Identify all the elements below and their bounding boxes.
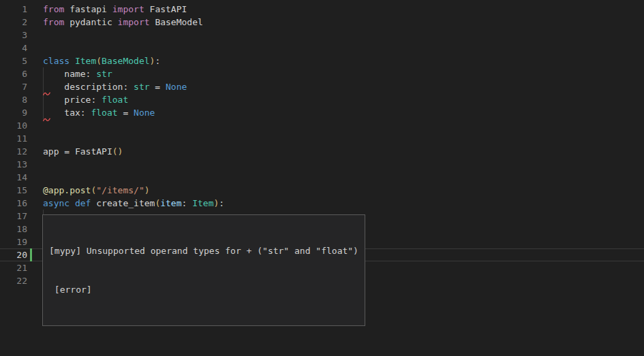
line-number: 21 [0,261,27,274]
code-token: : [219,198,224,208]
line-number: 13 [0,158,27,171]
line-number: 11 [0,132,27,145]
line-number: 4 [0,42,27,54]
code-token [70,198,75,208]
code-token: create_item [91,198,155,208]
code-token: BaseModel [150,17,203,27]
line-number: 9 [0,106,27,119]
line-number: 20 [0,248,27,261]
line-number: 3 [0,29,27,42]
code-token: Item [75,56,96,66]
code-token: description: [43,82,134,92]
code-content: price: float [43,93,128,106]
code-token: BaseModel [102,56,149,66]
tooltip-severity: [error] [49,283,358,296]
line-number: 5 [0,54,27,67]
line-number: 14 [0,171,27,184]
editor-window: 1from fastapi import FastAPI2from pydant… [0,0,644,356]
code-token: Item [192,198,213,208]
code-token: @app.post [43,185,91,195]
code-line[interactable]: 4 [0,42,644,54]
code-content: from pydantic import BaseModel [43,16,203,29]
code-token: tax: [43,108,91,118]
code-token: from [43,4,64,14]
line-number: 6 [0,67,27,80]
line-number: 8 [0,93,27,106]
code-token: : [155,56,160,66]
code-line[interactable]: 14 [0,171,644,184]
code-content: from fastapi import FastAPI [43,3,187,16]
code-token: float [91,108,117,118]
code-line[interactable]: 8 price: float [0,93,644,106]
code-token: = [150,82,166,92]
code-content: async def create_item(item: Item): [43,197,224,210]
code-token: pydantic [64,17,117,27]
code-line[interactable]: 11 [0,132,644,145]
code-token: name: [43,69,96,79]
code-token: : [182,198,193,208]
code-line[interactable]: 2from pydantic import BaseModel [0,16,644,29]
code-token: price: [43,95,102,105]
code-content: app = FastAPI() [43,145,123,158]
code-token [70,56,75,66]
code-line[interactable]: 12app = FastAPI() [0,145,644,158]
line-number: 7 [0,80,27,93]
error-squiggle-icon [43,92,50,96]
gutter-modified-indicator [30,248,32,261]
code-token: FastAPI [144,4,187,14]
code-token: import [118,17,150,27]
code-line[interactable]: 13 [0,158,644,171]
code-token: None [134,108,155,118]
line-number: 22 [0,274,27,287]
code-token: class [43,56,70,66]
tooltip-message: [mypy] Unsupported operand types for + (… [49,244,358,257]
line-number: 2 [0,16,27,29]
code-line[interactable]: 7 description: str = None [0,80,644,93]
line-number: 1 [0,3,27,16]
code-line[interactable]: 9 tax: float = None [0,106,644,119]
code-line[interactable]: 3 [0,29,644,42]
code-line[interactable]: 15@app.post("/items/") [0,184,644,197]
code-token: ( [96,56,102,66]
code-token: def [75,198,91,208]
code-token: ) [144,185,150,195]
line-number: 10 [0,119,27,132]
code-line[interactable]: 5class Item(BaseModel): [0,54,644,67]
line-number: 12 [0,145,27,158]
code-line[interactable]: 6 name: str [0,67,644,80]
code-content: description: str = None [43,80,187,93]
code-token: import [112,4,144,14]
code-content: tax: float = None [43,106,155,119]
code-token: = [118,108,134,118]
diagnostic-tooltip: [mypy] Unsupported operand types for + (… [42,214,365,326]
code-content: name: str [43,67,112,80]
code-line[interactable]: 1from fastapi import FastAPI [0,3,644,16]
code-content: class Item(BaseModel): [43,54,160,67]
code-token: fastapi [64,4,112,14]
code-content: @app.post("/items/") [43,184,150,197]
code-token: None [166,82,187,92]
code-token: item [160,198,181,208]
line-number: 18 [0,223,27,236]
line-number: 16 [0,197,27,210]
line-number: 19 [0,236,27,248]
line-number: 15 [0,184,27,197]
code-editor[interactable]: 1from fastapi import FastAPI2from pydant… [0,0,644,356]
code-token: from [43,17,64,27]
code-token: async [43,198,70,208]
code-token: "/items/" [96,185,144,195]
code-token: str [134,82,149,92]
code-token: app = FastAPI [43,146,112,157]
line-number: 17 [0,210,27,223]
code-line[interactable]: 10 [0,119,644,132]
error-squiggle-icon [43,118,50,122]
code-line[interactable]: 16async def create_item(item: Item): [0,197,644,210]
code-token: str [96,69,112,79]
code-token: () [112,146,123,157]
code-token: float [102,95,128,105]
